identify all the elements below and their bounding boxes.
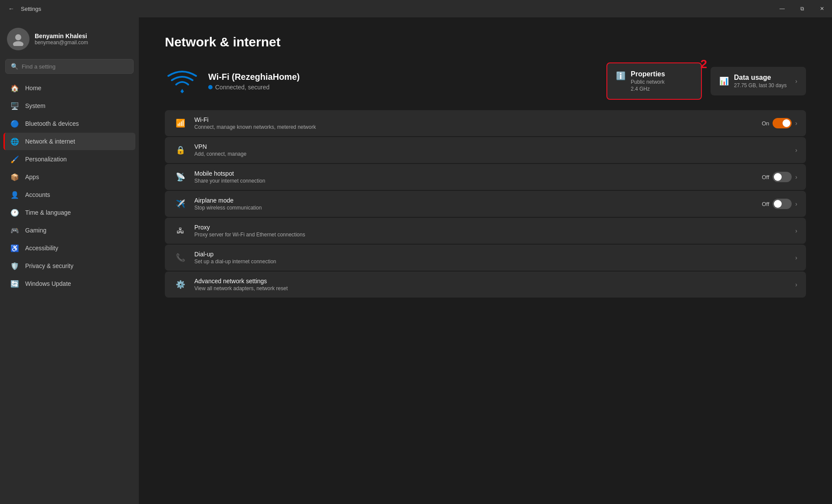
user-email: benymean@gmail.com [35, 39, 88, 46]
setting-row-advanced[interactable]: ⚙️ Advanced network settings View all ne… [165, 272, 806, 298]
sidebar-item-gaming[interactable]: 🎮 Gaming [3, 222, 135, 239]
properties-sub1: Public network [631, 79, 665, 85]
svg-point-0 [15, 34, 21, 40]
sidebar-item-personalization[interactable]: 🖌️ Personalization [3, 151, 135, 168]
sidebar-item-label-home: Home [25, 85, 41, 92]
setting-text-hotspot: Mobile hotspot Share your internet conne… [194, 170, 755, 184]
setting-sub-hotspot: Share your internet connection [194, 178, 755, 184]
setting-title-vpn: VPN [194, 143, 788, 150]
toggle-airplane[interactable] [773, 199, 792, 209]
nav-list: 🏠 Home 🖥️ System 🔵 Bluetooth & devices 🌐… [0, 79, 139, 293]
sidebar-item-accessibility[interactable]: ♿ Accessibility [3, 239, 135, 257]
properties-title: Properties [631, 70, 665, 78]
wifi-icon-large [165, 66, 200, 96]
user-profile[interactable]: Benyamin Khalesi benymean@gmail.com [0, 21, 139, 59]
back-button[interactable]: ← [5, 3, 17, 15]
toggle-knob-wifi [783, 119, 790, 127]
toggle-hotspot[interactable] [773, 172, 792, 182]
search-container: 🔍 [0, 59, 139, 79]
wifi-status-text: Connected, secured [215, 84, 269, 91]
sidebar-item-label-accessibility: Accessibility [25, 245, 58, 252]
setting-row-vpn[interactable]: 🔒 VPN Add, connect, manage › [165, 137, 806, 163]
data-usage-icon: 📊 [719, 76, 729, 86]
nav-icon-system: 🖥️ [10, 101, 19, 110]
setting-action-airplane: Off › [762, 199, 797, 209]
nav-icon-apps: 📦 [10, 173, 19, 181]
setting-sub-dialup: Set up a dial-up internet connection [194, 259, 788, 265]
titlebar: ← Settings — ⧉ ✕ [0, 0, 832, 17]
properties-sub2: 2.4 GHz [631, 86, 665, 92]
sidebar-item-system[interactable]: 🖥️ System [3, 97, 135, 115]
toggle-wifi[interactable] [773, 118, 792, 128]
sidebar-item-network[interactable]: 🌐 Network & internet 1 [3, 133, 135, 150]
toggle-knob-airplane [774, 200, 782, 208]
svg-point-1 [13, 41, 23, 46]
data-usage-card[interactable]: 📊 Data usage 27.75 GB, last 30 days › [711, 67, 806, 95]
sidebar-item-home[interactable]: 🏠 Home [3, 79, 135, 97]
search-input[interactable] [22, 63, 128, 70]
setting-icon-dialup: 📞 [174, 251, 187, 265]
nav-icon-update: 🔄 [10, 279, 19, 288]
chevron-icon-vpn: › [795, 147, 797, 154]
sidebar-item-label-gaming: Gaming [25, 227, 46, 234]
sidebar-item-update[interactable]: 🔄 Windows Update [3, 275, 135, 292]
setting-text-vpn: VPN Add, connect, manage [194, 143, 788, 157]
setting-text-proxy: Proxy Proxy server for Wi-Fi and Etherne… [194, 224, 788, 238]
sidebar-item-bluetooth[interactable]: 🔵 Bluetooth & devices [3, 115, 135, 132]
search-box[interactable]: 🔍 [5, 59, 134, 74]
sidebar: Benyamin Khalesi benymean@gmail.com 🔍 🏠 … [0, 17, 139, 504]
sidebar-item-time[interactable]: 🕐 Time & language [3, 204, 135, 221]
minimize-button[interactable]: — [772, 0, 792, 17]
setting-icon-advanced: ⚙️ [174, 278, 187, 291]
sidebar-item-label-apps: Apps [25, 173, 39, 180]
properties-card[interactable]: ℹ️ Properties Public network 2.4 GHz 2 [606, 62, 702, 100]
chevron-icon-advanced: › [795, 281, 797, 288]
sidebar-item-label-bluetooth: Bluetooth & devices [25, 120, 79, 127]
nav-icon-personalization: 🖌️ [10, 155, 19, 164]
chevron-icon-dialup: › [795, 254, 797, 261]
nav-icon-network: 🌐 [10, 137, 19, 146]
properties-info: Properties Public network 2.4 GHz [631, 70, 665, 92]
setting-title-advanced: Advanced network settings [194, 278, 788, 285]
nav-icon-bluetooth: 🔵 [10, 119, 19, 128]
user-info: Benyamin Khalesi benymean@gmail.com [35, 33, 88, 46]
titlebar-left: ← Settings [5, 3, 41, 15]
setting-row-wifi[interactable]: 📶 Wi-Fi Connect, manage known networks, … [165, 110, 806, 136]
setting-sub-advanced: View all network adapters, network reset [194, 285, 788, 291]
content-area: Network & internet Wi-Fi (RezeghiaHome) … [139, 17, 832, 504]
setting-sub-vpn: Add, connect, manage [194, 151, 788, 157]
wifi-connection-status: Connected, secured [208, 84, 598, 91]
setting-title-hotspot: Mobile hotspot [194, 170, 755, 177]
setting-icon-proxy: 🖧 [174, 224, 187, 238]
nav-icon-accessibility: ♿ [10, 244, 19, 252]
chevron-icon-wifi: › [795, 120, 797, 127]
info-icon: ℹ️ [616, 71, 626, 81]
maximize-button[interactable]: ⧉ [792, 0, 812, 17]
setting-row-hotspot[interactable]: 📡 Mobile hotspot Share your internet con… [165, 164, 806, 190]
sidebar-item-privacy[interactable]: 🛡️ Privacy & security [3, 257, 135, 275]
wifi-status-dot [208, 85, 213, 89]
setting-text-airplane: Airplane mode Stop wireless communicatio… [194, 197, 755, 211]
setting-sub-airplane: Stop wireless communication [194, 205, 755, 211]
toggle-label-airplane: Off [762, 201, 769, 207]
setting-icon-hotspot: 📡 [174, 170, 187, 184]
data-usage-sub: 27.75 GB, last 30 days [734, 82, 790, 88]
setting-action-hotspot: Off › [762, 172, 797, 182]
nav-icon-home: 🏠 [10, 84, 19, 92]
sidebar-item-label-privacy: Privacy & security [25, 262, 73, 269]
sidebar-item-accounts[interactable]: 👤 Accounts [3, 186, 135, 203]
nav-icon-time: 🕐 [10, 208, 19, 217]
sidebar-item-apps[interactable]: 📦 Apps [3, 168, 135, 186]
sidebar-item-label-accounts: Accounts [25, 191, 50, 198]
nav-icon-accounts: 👤 [10, 190, 19, 199]
setting-icon-vpn: 🔒 [174, 143, 187, 157]
titlebar-title: Settings [21, 6, 41, 12]
setting-row-airplane[interactable]: ✈️ Airplane mode Stop wireless communica… [165, 191, 806, 217]
setting-text-wifi: Wi-Fi Connect, manage known networks, me… [194, 116, 755, 130]
page-title: Network & internet [165, 35, 806, 49]
sidebar-item-label-system: System [25, 102, 46, 109]
close-button[interactable]: ✕ [812, 0, 832, 17]
setting-row-dialup[interactable]: 📞 Dial-up Set up a dial-up internet conn… [165, 245, 806, 271]
setting-row-proxy[interactable]: 🖧 Proxy Proxy server for Wi-Fi and Ether… [165, 218, 806, 244]
titlebar-controls: — ⧉ ✕ [772, 0, 832, 17]
